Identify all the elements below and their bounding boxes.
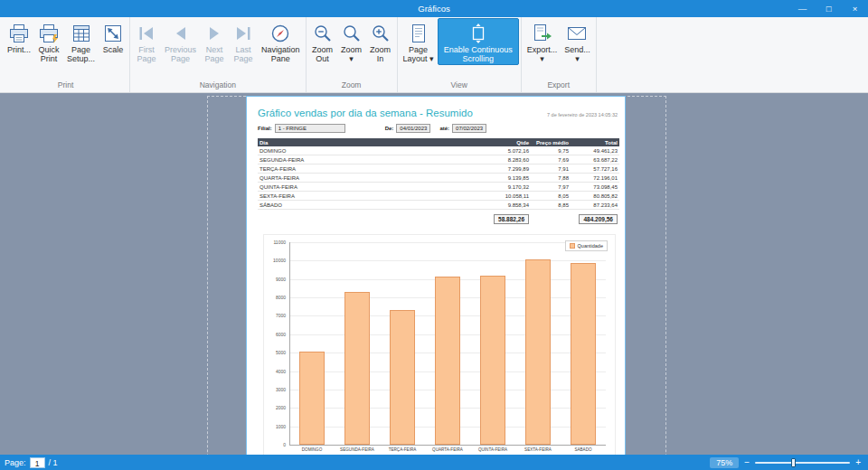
previous-page-button[interactable]: Previous Page	[161, 18, 200, 65]
page-label: Page:	[5, 458, 26, 467]
page-number-input[interactable]: 1	[30, 457, 45, 468]
export-group-caption: Export	[524, 80, 594, 92]
page-total-label: / 1	[49, 458, 58, 467]
x-axis-category-label: TERÇA-FEIRA	[380, 447, 425, 452]
envelope-icon	[566, 22, 588, 45]
x-axis-category-label: QUARTA-FEIRA	[425, 447, 470, 452]
minimize-button[interactable]: —	[789, 0, 816, 17]
next-page-icon	[203, 22, 225, 45]
zoom-out-button[interactable]: Zoom Out	[308, 18, 337, 65]
preview-area[interactable]: Gráfico vendas por dia da semana - Resum…	[0, 93, 868, 455]
close-button[interactable]: ×	[842, 0, 868, 17]
previous-page-label: Previous	[165, 45, 196, 54]
y-axis-tick-label: 3000	[264, 387, 286, 392]
chart-bar-4	[435, 277, 460, 445]
chart-gridline	[289, 260, 606, 261]
y-axis-tick-label: 0	[264, 442, 286, 447]
table-cell: 8,85	[531, 201, 571, 209]
table-cell: 9.139,85	[419, 174, 531, 182]
last-page-button[interactable]: Last Page	[229, 18, 258, 65]
x-axis-category-label: SÁBADO	[561, 447, 606, 452]
table-cell: TERÇA-FEIRA	[258, 164, 419, 173]
zoom-increase-button[interactable]: +	[855, 457, 861, 467]
zoom-label: Zoom	[341, 45, 362, 54]
scale-icon	[102, 22, 124, 45]
table-cell: 8,05	[531, 192, 571, 200]
export-label: Export...	[527, 45, 558, 54]
chart-gridline	[289, 242, 606, 243]
export-button[interactable]: Export... ▾	[524, 18, 561, 65]
zoom-decrease-button[interactable]: −	[744, 457, 750, 467]
table-row: QUINTA-FEIRA9.170,327,9773.098,45	[258, 183, 619, 192]
zoom-slider-thumb[interactable]	[791, 458, 796, 467]
table-cell: QUINTA-FEIRA	[258, 183, 419, 191]
x-axis-category-label: QUINTA-FEIRA	[470, 447, 515, 452]
report-filters: Filial: 1 - FRINGE De: 04/01/2023 até: 0…	[258, 124, 619, 133]
quick-printer-icon	[38, 22, 60, 45]
compass-icon	[269, 22, 291, 45]
page-layout-icon	[408, 22, 429, 45]
total-total-value: 484.209,56	[579, 214, 618, 224]
zoom-slider[interactable]	[755, 462, 850, 464]
table-cell: 49.461,23	[571, 146, 619, 155]
ate-label: até:	[439, 126, 449, 131]
maximize-button[interactable]: □	[816, 0, 842, 17]
table-header-cell: Dia	[258, 138, 419, 146]
y-axis-tick-label: 6000	[264, 332, 286, 337]
send-label: Send...	[564, 45, 590, 54]
view-group-caption: View	[400, 80, 519, 92]
report-page: Gráfico vendas por dia da semana - Resum…	[246, 96, 626, 455]
navigation-pane-button[interactable]: Navigation Pane	[258, 18, 304, 65]
ribbon-group-zoom: Zoom Out Zoom ▾ Zoom In Zoom	[307, 17, 398, 92]
first-page-button[interactable]: First Page	[132, 18, 161, 65]
zoom-in-button[interactable]: Zoom In	[366, 18, 395, 65]
send-button[interactable]: Send... ▾	[561, 18, 594, 65]
chart-bar-7	[571, 263, 596, 445]
page-layout-label: Page	[409, 45, 428, 54]
quick-print-button[interactable]: Quick Print	[34, 18, 63, 65]
export-icon	[531, 22, 552, 45]
x-axis-category-label: DOMINGO	[289, 447, 335, 452]
next-page-button[interactable]: Next Page	[200, 18, 229, 65]
zoom-out-label: Zoom	[312, 45, 333, 54]
y-axis-tick-label: 4000	[264, 369, 286, 374]
page-setup-button[interactable]: Page Setup...	[63, 18, 99, 65]
scale-button[interactable]: Scale	[99, 18, 127, 64]
table-row: QUARTA-FEIRA9.139,857,8872.196,01	[258, 174, 619, 183]
table-cell: 9,75	[531, 146, 571, 155]
filial-label: Filial:	[258, 126, 272, 131]
y-axis-line	[289, 242, 290, 445]
table-cell: 73.098,45	[571, 183, 619, 191]
table-header-cell: Total	[571, 138, 619, 146]
print-button[interactable]: Print...	[4, 18, 34, 64]
table-header-cell: Preço médio	[531, 138, 571, 146]
page-layout-button[interactable]: Page Layout ▾	[400, 18, 438, 65]
first-page-label: First	[138, 45, 155, 54]
zoom-dropdown-button[interactable]: Zoom ▾	[337, 18, 366, 65]
y-axis-tick-label: 11000	[264, 240, 286, 245]
page-setup-label: Page	[71, 45, 90, 54]
table-row: DOMINGO5.072,169,7549.461,23	[258, 146, 619, 155]
report-title: Gráfico vendas por dia da semana - Resum…	[258, 108, 473, 118]
zoom-group-caption: Zoom	[308, 80, 395, 92]
y-axis-tick-label: 7000	[264, 313, 286, 318]
table-cell: SEGUNDA-FEIRA	[258, 155, 419, 164]
chart-bar-2	[344, 292, 370, 445]
quick-print-label: Quick	[39, 45, 60, 54]
table-cell: QUARTA-FEIRA	[258, 174, 419, 182]
page-setup-icon	[71, 22, 92, 45]
totals-cell: 58.882,26	[419, 212, 531, 225]
y-axis-tick-label: 1000	[264, 424, 286, 429]
totals-cell	[258, 212, 419, 225]
continuous-scrolling-button[interactable]: Enable Continuous Scrolling	[438, 18, 519, 65]
table-totals-row: 58.882,26484.209,56	[258, 212, 619, 225]
ribbon-group-export: Export... ▾ Send... ▾ Export	[522, 17, 597, 92]
x-axis-category-label: SEGUNDA-FEIRA	[335, 447, 380, 452]
table-cell: SÁBADO	[258, 201, 419, 209]
ate-value: 07/02/2023	[452, 124, 486, 133]
de-value: 04/01/2023	[396, 124, 430, 133]
report-header: Gráfico vendas por dia da semana - Resum…	[258, 108, 619, 118]
table-cell: SEXTA-FEIRA	[258, 192, 419, 200]
table-row: SÁBADO9.858,348,8587.233,64	[258, 201, 619, 210]
first-page-icon	[136, 22, 157, 45]
